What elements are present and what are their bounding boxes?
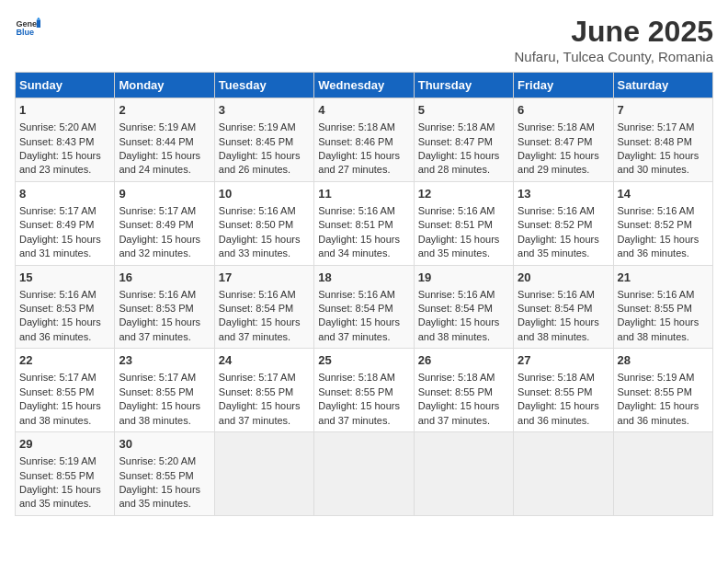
calendar-day-header: Monday (115, 73, 214, 98)
day-info: Sunrise: 5:20 AM Sunset: 8:55 PM Dayligh… (119, 455, 200, 509)
day-info: Sunrise: 5:17 AM Sunset: 8:49 PM Dayligh… (19, 205, 101, 259)
day-info: Sunrise: 5:19 AM Sunset: 8:55 PM Dayligh… (19, 455, 101, 509)
day-number: 22 (19, 352, 110, 369)
day-number: 7 (618, 102, 709, 119)
day-number: 26 (418, 352, 509, 369)
calendar-day-header: Thursday (414, 73, 513, 98)
day-number: 20 (518, 270, 609, 286)
calendar-day-header: Tuesday (214, 73, 313, 98)
day-info: Sunrise: 5:18 AM Sunset: 8:47 PM Dayligh… (418, 121, 500, 175)
calendar-cell: 2Sunrise: 5:19 AM Sunset: 8:44 PM Daylig… (115, 98, 214, 182)
calendar-cell: 10Sunrise: 5:16 AM Sunset: 8:50 PM Dayli… (214, 181, 313, 265)
logo: General Blue (15, 15, 40, 40)
day-number: 29 (19, 436, 110, 453)
calendar-cell: 29Sunrise: 5:19 AM Sunset: 8:55 PM Dayli… (16, 432, 115, 516)
calendar-cell: 22Sunrise: 5:17 AM Sunset: 8:55 PM Dayli… (16, 349, 115, 432)
day-number: 2 (119, 102, 210, 119)
calendar-cell: 21Sunrise: 5:16 AM Sunset: 8:55 PM Dayli… (613, 265, 712, 349)
calendar-header-row: SundayMondayTuesdayWednesdayThursdayFrid… (16, 73, 713, 98)
day-number: 14 (618, 186, 709, 202)
calendar-cell: 20Sunrise: 5:16 AM Sunset: 8:54 PM Dayli… (514, 265, 613, 349)
day-info: Sunrise: 5:18 AM Sunset: 8:55 PM Dayligh… (418, 372, 500, 425)
day-info: Sunrise: 5:17 AM Sunset: 8:55 PM Dayligh… (119, 372, 200, 425)
svg-text:Blue: Blue (16, 28, 34, 37)
day-number: 8 (19, 186, 110, 202)
calendar-cell: 6Sunrise: 5:18 AM Sunset: 8:47 PM Daylig… (514, 98, 613, 182)
day-number: 30 (119, 436, 210, 453)
day-number: 11 (318, 186, 409, 202)
day-info: Sunrise: 5:18 AM Sunset: 8:46 PM Dayligh… (318, 121, 400, 175)
calendar-cell (514, 432, 613, 516)
calendar-week-row: 22Sunrise: 5:17 AM Sunset: 8:55 PM Dayli… (16, 349, 713, 432)
day-number: 5 (418, 102, 509, 119)
calendar-day-header: Friday (514, 73, 613, 98)
calendar-cell: 5Sunrise: 5:18 AM Sunset: 8:47 PM Daylig… (414, 98, 513, 182)
day-info: Sunrise: 5:16 AM Sunset: 8:53 PM Dayligh… (119, 289, 200, 342)
day-number: 19 (418, 270, 509, 286)
day-info: Sunrise: 5:17 AM Sunset: 8:48 PM Dayligh… (618, 121, 700, 175)
day-info: Sunrise: 5:18 AM Sunset: 8:47 PM Dayligh… (518, 121, 599, 175)
calendar-day-header: Wednesday (314, 73, 414, 98)
calendar-week-row: 8Sunrise: 5:17 AM Sunset: 8:49 PM Daylig… (16, 181, 713, 265)
calendar-cell: 17Sunrise: 5:16 AM Sunset: 8:54 PM Dayli… (214, 265, 313, 349)
day-number: 6 (518, 102, 609, 119)
main-title: June 2025 (515, 15, 714, 49)
day-info: Sunrise: 5:18 AM Sunset: 8:55 PM Dayligh… (318, 372, 400, 425)
calendar-cell (414, 432, 513, 516)
calendar-cell: 8Sunrise: 5:17 AM Sunset: 8:49 PM Daylig… (16, 181, 115, 265)
day-info: Sunrise: 5:20 AM Sunset: 8:43 PM Dayligh… (19, 121, 101, 175)
day-number: 10 (219, 186, 310, 202)
calendar-week-row: 15Sunrise: 5:16 AM Sunset: 8:53 PM Dayli… (16, 265, 713, 349)
calendar-cell (613, 432, 712, 516)
day-info: Sunrise: 5:16 AM Sunset: 8:54 PM Dayligh… (219, 289, 301, 342)
calendar-cell: 27Sunrise: 5:18 AM Sunset: 8:55 PM Dayli… (514, 349, 613, 432)
calendar-cell: 25Sunrise: 5:18 AM Sunset: 8:55 PM Dayli… (314, 349, 414, 432)
calendar-cell: 1Sunrise: 5:20 AM Sunset: 8:43 PM Daylig… (16, 98, 115, 182)
calendar-cell: 18Sunrise: 5:16 AM Sunset: 8:54 PM Dayli… (314, 265, 414, 349)
title-area: June 2025 Nufaru, Tulcea County, Romania (515, 15, 714, 64)
day-number: 9 (119, 186, 210, 202)
day-number: 24 (219, 352, 310, 369)
day-info: Sunrise: 5:16 AM Sunset: 8:55 PM Dayligh… (618, 289, 700, 342)
day-info: Sunrise: 5:16 AM Sunset: 8:51 PM Dayligh… (318, 205, 400, 259)
calendar-cell (314, 432, 414, 516)
header: General Blue June 2025 Nufaru, Tulcea Co… (15, 15, 713, 64)
day-info: Sunrise: 5:19 AM Sunset: 8:55 PM Dayligh… (618, 372, 700, 425)
calendar-cell: 12Sunrise: 5:16 AM Sunset: 8:51 PM Dayli… (414, 181, 513, 265)
svg-marker-2 (37, 20, 40, 28)
day-info: Sunrise: 5:16 AM Sunset: 8:52 PM Dayligh… (618, 205, 700, 259)
calendar-cell: 9Sunrise: 5:17 AM Sunset: 8:49 PM Daylig… (115, 181, 214, 265)
day-info: Sunrise: 5:16 AM Sunset: 8:50 PM Dayligh… (219, 205, 301, 259)
day-info: Sunrise: 5:17 AM Sunset: 8:55 PM Dayligh… (219, 372, 301, 425)
day-number: 21 (618, 270, 709, 286)
day-info: Sunrise: 5:16 AM Sunset: 8:51 PM Dayligh… (418, 205, 500, 259)
day-number: 27 (518, 352, 609, 369)
calendar-cell (214, 432, 313, 516)
day-info: Sunrise: 5:18 AM Sunset: 8:55 PM Dayligh… (518, 372, 599, 425)
calendar-cell: 14Sunrise: 5:16 AM Sunset: 8:52 PM Dayli… (613, 181, 712, 265)
day-number: 1 (19, 102, 110, 119)
day-info: Sunrise: 5:16 AM Sunset: 8:53 PM Dayligh… (19, 289, 101, 342)
calendar-cell: 24Sunrise: 5:17 AM Sunset: 8:55 PM Dayli… (214, 349, 313, 432)
day-number: 13 (518, 186, 609, 202)
sub-title: Nufaru, Tulcea County, Romania (515, 49, 714, 64)
day-info: Sunrise: 5:16 AM Sunset: 8:54 PM Dayligh… (518, 289, 599, 342)
calendar-cell: 15Sunrise: 5:16 AM Sunset: 8:53 PM Dayli… (16, 265, 115, 349)
day-info: Sunrise: 5:16 AM Sunset: 8:52 PM Dayligh… (518, 205, 599, 259)
day-number: 18 (318, 270, 409, 286)
day-info: Sunrise: 5:19 AM Sunset: 8:45 PM Dayligh… (219, 121, 301, 175)
calendar-table: SundayMondayTuesdayWednesdayThursdayFrid… (15, 72, 713, 516)
calendar-day-header: Sunday (16, 73, 115, 98)
calendar-cell: 7Sunrise: 5:17 AM Sunset: 8:48 PM Daylig… (613, 98, 712, 182)
day-info: Sunrise: 5:17 AM Sunset: 8:49 PM Dayligh… (119, 205, 200, 259)
calendar-body: 1Sunrise: 5:20 AM Sunset: 8:43 PM Daylig… (16, 98, 713, 516)
day-number: 4 (318, 102, 409, 119)
day-number: 12 (418, 186, 509, 202)
calendar-cell: 4Sunrise: 5:18 AM Sunset: 8:46 PM Daylig… (314, 98, 414, 182)
calendar-cell: 23Sunrise: 5:17 AM Sunset: 8:55 PM Dayli… (115, 349, 214, 432)
day-number: 16 (119, 270, 210, 286)
day-number: 3 (219, 102, 310, 119)
calendar-cell: 28Sunrise: 5:19 AM Sunset: 8:55 PM Dayli… (613, 349, 712, 432)
calendar-week-row: 29Sunrise: 5:19 AM Sunset: 8:55 PM Dayli… (16, 432, 713, 516)
day-info: Sunrise: 5:17 AM Sunset: 8:55 PM Dayligh… (19, 372, 101, 425)
